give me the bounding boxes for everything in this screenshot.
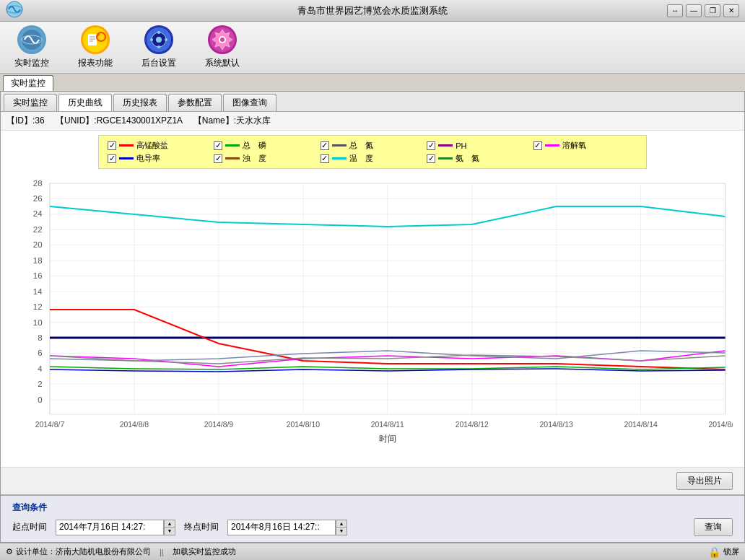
legend-label-turbidity: 浊 度 [243,153,266,164]
svg-text:26: 26 [33,194,43,203]
start-time-down[interactable]: ▼ [165,528,175,535]
start-time-input[interactable] [56,520,164,535]
report-icon [81,25,110,54]
legend-check-turbidity[interactable]: ✓ [214,154,222,163]
legend-label-temp: 温 度 [349,153,373,164]
outer-tabbar: 实时监控 [0,74,745,91]
start-time-up[interactable]: ▲ [165,520,175,528]
info-bar: 【ID】:36 【UNID】:RGCE1430001XPZ1A 【Name】:天… [1,112,744,131]
legend-kmno4[interactable]: ✓ 高锰酸盐 [108,140,212,151]
legend-label-do: 溶解氧 [562,140,586,151]
toolbar-report[interactable]: 报表功能 [71,22,120,72]
legend-turbidity[interactable]: ✓ 浊 度 [214,153,318,164]
resize-icon[interactable]: ↔ [667,4,683,17]
status-bar: ⚙ 设计单位：济南大陆机电股份有限公司 || 加载实时监控成功 🔒 锁屏 [0,543,745,560]
window-controls: ↔ — ❐ ✕ [667,4,739,17]
svg-text:2014/8/9: 2014/8/9 [204,421,234,429]
legend-check-kmno4[interactable]: ✓ [108,141,116,150]
backend-icon [144,25,173,54]
legend-line-tp [225,144,240,146]
query-section: 查询条件 起点时间 ▲ ▼ 终点时间 ▲ [1,494,744,542]
svg-text:8: 8 [38,333,42,342]
legend-ph[interactable]: ✓ PH [427,140,531,151]
svg-text:18: 18 [33,256,43,265]
svg-text:24: 24 [33,209,43,218]
legend-line-temp [332,157,347,159]
close-button[interactable]: ✕ [723,4,739,17]
legend-do[interactable]: ✓ 溶解氧 [533,140,637,151]
status-icon: ⚙ [6,547,13,556]
toolbar-monitor[interactable]: 实时监控 [7,22,56,72]
tab-realtime[interactable]: 实时监控 [4,94,57,111]
info-id: 【ID】:36 [6,115,45,126]
legend-box: ✓ 高锰酸盐 ✓ 总 磷 ✓ 总 氮 ✓ PH [98,135,647,169]
legend-tn[interactable]: ✓ 总 氮 [321,140,424,151]
svg-text:时间: 时间 [379,434,396,443]
legend-line-do [545,144,559,146]
monitor-label: 实时监控 [14,57,49,69]
status-left: ⚙ 设计单位：济南大陆机电股份有限公司 || 加载实时监控成功 [6,546,236,557]
status-right: 🔒 锁屏 [708,546,739,558]
svg-text:6: 6 [38,349,42,357]
svg-text:2014/8/12: 2014/8/12 [456,421,489,429]
svg-text:12: 12 [33,302,43,311]
restore-button[interactable]: ❐ [705,4,720,17]
legend-check-ec[interactable]: ✓ [108,154,116,163]
toolbar-backend[interactable]: 后台设置 [134,22,183,72]
minimize-button[interactable]: — [686,4,702,17]
svg-text:4: 4 [38,364,42,373]
lock-label[interactable]: 锁屏 [723,546,739,557]
svg-point-14 [150,38,153,41]
svg-text:2014/8/11: 2014/8/11 [371,421,405,429]
legend-check-tp[interactable]: ✓ [214,141,222,150]
legend-line-turbidity [225,157,240,159]
legend-check-tn[interactable]: ✓ [321,141,329,150]
legend-check-temp[interactable]: ✓ [321,154,329,163]
start-time-input-wrapper: ▲ ▼ [56,520,175,535]
main-content: 实时监控 实时监控 历史曲线 历史报表 参数配置 图像查询 【ID】:36 【U… [0,74,745,543]
chart-area: 0 2 4 6 8 10 12 14 16 18 20 22 24 26 [1,173,744,467]
query-button[interactable]: 查询 [694,518,733,536]
end-time-up[interactable]: ▲ [336,520,347,528]
info-name: 【Name】:天水水库 [193,115,271,126]
end-time-spin: ▲ ▼ [336,520,347,535]
svg-text:2014/8/7: 2014/8/7 [35,421,65,429]
outer-tab-monitor[interactable]: 实时监控 [3,75,53,91]
legend-nh3[interactable]: ✓ 氨 氮 [427,153,531,164]
svg-text:2014/8/8: 2014/8/8 [120,421,149,429]
legend-label-tp: 总 磷 [243,140,266,151]
legend-label-nh3: 氨 氮 [456,153,479,164]
status-msg: 加载实时监控成功 [173,546,236,557]
report-label: 报表功能 [78,57,113,69]
query-row: 起点时间 ▲ ▼ 终点时间 ▲ ▼ [12,518,733,536]
legend-check-ph[interactable]: ✓ [427,141,435,150]
end-time-down[interactable]: ▼ [336,528,347,535]
end-time-input[interactable] [227,520,336,535]
toolbar-system[interactable]: 系统默认 [198,22,247,72]
inner-tabbar: 实时监控 历史曲线 历史报表 参数配置 图像查询 [1,92,744,112]
legend-line-nh3 [438,157,453,159]
svg-text:10: 10 [33,318,43,327]
legend-label-tn: 总 氮 [349,140,373,151]
app-logo [6,1,23,20]
end-label: 终点时间 [184,521,219,533]
tab-params[interactable]: 参数配置 [168,94,222,111]
legend-ec[interactable]: ✓ 电导率 [108,153,212,164]
svg-point-11 [156,37,162,43]
svg-text:2: 2 [38,380,42,388]
legend-tp[interactable]: ✓ 总 磷 [214,140,318,151]
svg-text:28: 28 [33,179,43,188]
svg-text:14: 14 [33,287,43,296]
legend-check-do[interactable]: ✓ [533,141,542,150]
tab-image-query[interactable]: 图像查询 [223,94,276,111]
export-bar: 导出照片 [1,467,744,494]
toolbar: 实时监控 报表功能 [0,22,745,74]
tab-history-report[interactable]: 历史报表 [113,94,167,111]
backend-label: 后台设置 [141,57,176,69]
export-button[interactable]: 导出照片 [676,472,733,490]
tab-history-curve[interactable]: 历史曲线 [58,94,112,111]
chart-svg: 0 2 4 6 8 10 12 14 16 18 20 22 24 26 [12,176,733,443]
legend-temp[interactable]: ✓ 温 度 [321,153,424,164]
legend-line-ph [438,144,453,146]
legend-check-nh3[interactable]: ✓ [427,154,435,163]
